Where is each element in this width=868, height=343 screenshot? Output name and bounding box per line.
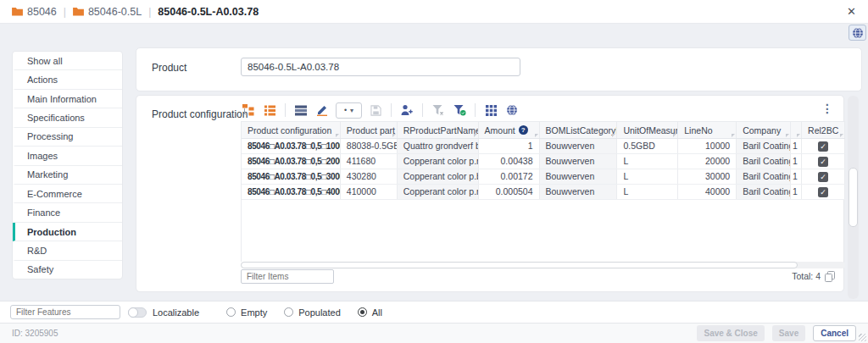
clear-filter-button[interactable] [431,102,446,118]
sidebar-item-label: Marketing [27,169,68,180]
table-row[interactable]: 85046□A0.03.78□0,5□20000 411680 Copperan… [242,154,845,169]
columns-button[interactable] [483,102,498,118]
cell-unitofmeasure[interactable]: L [617,169,678,184]
sidebar-item-images[interactable]: Images [13,147,122,165]
localization-globe-button[interactable] [849,25,866,41]
cell-rproductpartname[interactable]: Copperant color p.b.28 [398,169,479,184]
cell-product-configuration[interactable]: 85046□A0.03.78□0,5□30000 [242,169,341,184]
radio-empty[interactable]: Empty [226,307,267,318]
rel2bc-checkbox[interactable]: ✓ [818,141,828,152]
cell-product-part[interactable]: 410000 [341,185,398,199]
table-row[interactable]: 85046□A0.03.78□0,5□30000 430280 Copperan… [242,169,845,185]
filter-items-input[interactable] [241,269,334,284]
breadcrumb-item[interactable]: 85046 [12,6,57,18]
resize-handle[interactable] [859,334,866,341]
cell-bomlistcategoryrq[interactable]: Bouwverven [540,139,618,153]
breadcrumb-item[interactable]: 85046-0.5L [73,6,142,18]
cell-unitofmeasure[interactable]: L [617,185,678,199]
product-input[interactable] [241,58,520,76]
cell-company-extra[interactable]: 1 [791,169,802,184]
sidebar-item-marketing[interactable]: Marketing [13,166,122,185]
cell-rproductpartname[interactable]: Copperant color p.r.168 [398,154,479,169]
sidebar-item-main-information[interactable]: Main Information [13,90,122,108]
cell-company[interactable]: Baril Coatings E [737,139,791,153]
close-icon[interactable]: ✕ [847,5,856,19]
sidebar-item-processing[interactable]: Processing [13,128,122,147]
radio-button-icon [284,307,293,317]
cell-product-part[interactable]: 411680 [341,154,398,169]
list-view-button[interactable] [262,102,277,118]
sidebar-item-finance[interactable]: Finance [13,203,122,222]
rel2bc-checkbox[interactable]: ✓ [818,157,828,167]
column-header-lineno[interactable]: LineNo [678,122,737,138]
vertical-scrollbar-thumb[interactable] [849,168,858,227]
column-header-blank[interactable] [791,122,802,138]
localizable-toggle[interactable] [128,307,147,318]
cell-lineno[interactable]: 20000 [678,154,737,169]
cell-amount[interactable]: 1 [479,139,540,153]
cell-amount[interactable]: 0.00438 [479,154,540,169]
kebab-menu-icon[interactable]: ⋮ [821,102,833,115]
column-header-unitofmeasure[interactable]: UnitOfMeasure [617,122,678,138]
column-header-amount[interactable]: Amount ? [479,122,540,138]
cancel-button[interactable]: Cancel [813,325,856,341]
cell-lineno[interactable]: 10000 [678,139,737,153]
product-configuration-label: Product configuration [152,108,248,120]
sidebar-item-safety[interactable]: Safety [13,261,122,279]
column-header-product-part[interactable]: Product part [341,122,398,138]
cell-unitofmeasure[interactable]: L [617,154,678,169]
radio-button-icon [226,307,236,317]
cell-amount[interactable]: 0.000504 [479,185,540,199]
cell-rproductpartname[interactable]: Copperant color p.mix [398,185,479,199]
cell-company[interactable]: Baril Coatings E [737,169,791,184]
cell-bomlistcategoryrq[interactable]: Bouwverven [540,154,618,169]
cell-rproductpartname[interactable]: Quattro grondverf base p [398,139,479,153]
sidebar-item-production[interactable]: Production [13,223,122,241]
cell-product-configuration[interactable]: 85046□A0.03.78□0,5□10000 [242,139,341,153]
cell-lineno[interactable]: 30000 [678,169,737,184]
cell-product-part[interactable]: 430280 [341,169,398,184]
cell-company-extra[interactable]: 1 [791,139,802,153]
apply-filter-button[interactable] [452,102,467,118]
copy-icon[interactable] [825,271,835,282]
sidebar-item-show-all[interactable]: Show all [13,52,122,70]
radio-all[interactable]: All [358,307,382,318]
info-icon[interactable]: ? [519,125,528,135]
row-state-dropdown[interactable]: • ▾ [336,102,362,119]
cell-company[interactable]: Baril Coatings E [737,154,791,169]
rel2bc-checkbox[interactable]: ✓ [818,172,828,182]
populated-filter-radios: Empty Populated All [199,307,382,318]
cell-company[interactable]: Baril Coatings E [737,185,791,199]
table-row[interactable]: 85046□A0.03.78□0,5□10000 88038-0.5GBD Qu… [242,139,845,154]
column-header-product-configuration[interactable]: Product configuration [242,122,341,138]
cell-company-extra[interactable]: 1 [791,154,802,169]
sidebar-item-actions[interactable]: Actions [13,70,122,89]
cell-amount[interactable]: 0.00172 [479,169,540,184]
tree-view-button[interactable] [241,102,256,118]
rows-button[interactable] [293,102,309,118]
sidebar-item-label: Show all [27,56,63,66]
filter-features-input[interactable] [10,305,120,319]
column-header-company[interactable]: Company [737,122,791,138]
edit-button[interactable] [314,102,330,118]
rel2bc-checkbox[interactable]: ✓ [818,187,828,197]
cell-unitofmeasure[interactable]: 0.5GBD [617,139,678,153]
cell-product-configuration[interactable]: 85046□A0.03.78□0,5□40000 [242,185,341,199]
grid-toolbar: • ▾ [241,100,520,120]
sidebar-item-specifications[interactable]: Specifications [13,108,122,127]
table-row[interactable]: 85046□A0.03.78□0,5□40000 410000 Copperan… [242,185,845,200]
cell-company-extra[interactable]: 1 [791,185,802,199]
cell-bomlistcategoryrq[interactable]: Bouwverven [540,185,618,199]
sidebar-item-e-commerce[interactable]: E-Commerce [13,185,122,203]
column-header-bomlistcategoryrq[interactable]: BOMListCategoryRQ [540,122,618,138]
cell-lineno[interactable]: 40000 [678,185,737,199]
radio-populated[interactable]: Populated [284,307,341,318]
column-header-rproductpartname[interactable]: RProductPartName [398,122,479,138]
sidebar-item-rd[interactable]: R&D [13,241,122,260]
translate-button[interactable] [504,102,520,118]
cell-product-configuration[interactable]: 85046□A0.03.78□0,5□20000 [242,154,341,169]
column-header-rel2bc[interactable]: Rel2BC [802,122,845,138]
cell-bomlistcategoryrq[interactable]: Bouwverven [540,169,618,184]
cell-product-part[interactable]: 88038-0.5GBD [341,139,398,153]
add-user-button[interactable] [399,102,415,118]
